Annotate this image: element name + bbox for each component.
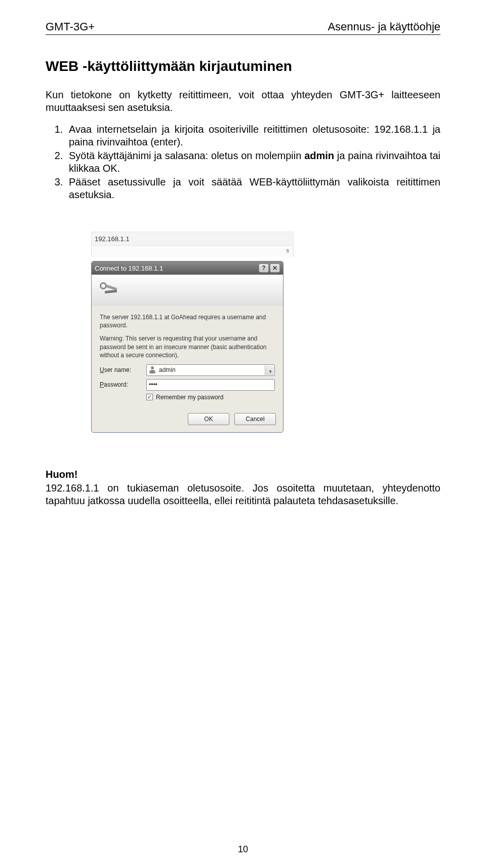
dialog-title: Connect to 192.168.1.1 [95,265,163,272]
step-2-text-a: Syötä käyttäjänimi ja salasana: oletus o… [69,150,304,161]
browser-address-bar[interactable]: 192.168.1.1 [91,232,294,246]
step-3-text: Pääset asetussivulle ja voit säätää WEB-… [69,176,440,200]
dialog-message-1: The server 192.168.1.1 at GoAhead requir… [100,313,275,329]
person-icon [149,366,156,373]
intro-paragraph: Kun tietokone on kytketty reitittimeen, … [46,89,440,114]
password-value: •••• [149,381,157,388]
header-divider [46,34,440,35]
steps-list: Avaa internetselain ja kirjoita osoiteri… [46,123,440,201]
remember-checkbox[interactable]: ✓ [146,394,153,400]
step-1-text: Avaa internetselain ja kirjoita osoiteri… [69,124,440,147]
username-value: admin [159,366,176,373]
step-3: Pääset asetussivulle ja voit säätää WEB-… [66,176,440,201]
help-button[interactable]: ? [259,263,269,273]
password-input[interactable]: •••• [146,379,275,391]
dialog-titlebar: Connect to 192.168.1.1 ? ✕ [92,261,283,275]
remember-row: ✓ Remember my password [146,394,275,401]
address-bar-text: 192.168.1.1 [95,235,130,243]
help-icon: ? [262,265,265,272]
step-1: Avaa internetselain ja kirjoita osoiteri… [66,123,440,148]
close-button[interactable]: ✕ [270,263,280,273]
username-label: User name: [100,366,146,373]
keys-icon [98,280,120,300]
header-left: GMT-3G+ [46,20,95,33]
note-text: 192.168.1.1 on tukiaseman oletusosoite. … [46,482,440,507]
remember-label: Remember my password [156,394,223,401]
page-number: 10 [0,844,486,855]
embedded-screenshot: 192.168.1.1 Connect to 192.168.1.1 ? ✕ T… [91,232,294,433]
username-row: User name: admin ▾ [100,364,275,376]
dialog-body: The server 192.168.1.1 at GoAhead requir… [92,306,283,413]
dropdown-icon[interactable]: ▾ [269,369,272,374]
step-2-bold: admin [304,150,334,161]
password-row: Password: •••• [100,379,275,391]
close-icon: ✕ [272,265,277,272]
username-input[interactable]: admin ▾ [146,364,275,376]
titlebar-buttons: ? ✕ [259,263,280,273]
cancel-button[interactable]: Cancel [234,413,276,425]
step-2: Syötä käyttäjänimi ja salasana: oletus o… [66,149,440,175]
page-container: GMT-3G+ Asennus- ja käyttöohje WEB -käyt… [0,0,486,868]
note-block: Huom! 192.168.1.1 on tukiaseman oletusos… [46,468,440,507]
dialog-button-row: OK Cancel [92,413,283,432]
ok-button[interactable]: OK [188,413,229,425]
header-right: Asennus- ja käyttöohje [328,20,440,33]
auth-dialog: Connect to 192.168.1.1 ? ✕ The server 19… [91,261,284,433]
dialog-banner [92,275,283,306]
browser-tab-strip [91,246,294,257]
section-title: WEB -käyttöliittymään kirjautuminen [46,58,440,74]
dialog-message-2: Warning: This server is requesting that … [100,334,275,359]
note-title: Huom! [46,468,440,481]
page-header: GMT-3G+ Asennus- ja käyttöohje [46,20,440,33]
password-label: Password: [100,381,146,388]
